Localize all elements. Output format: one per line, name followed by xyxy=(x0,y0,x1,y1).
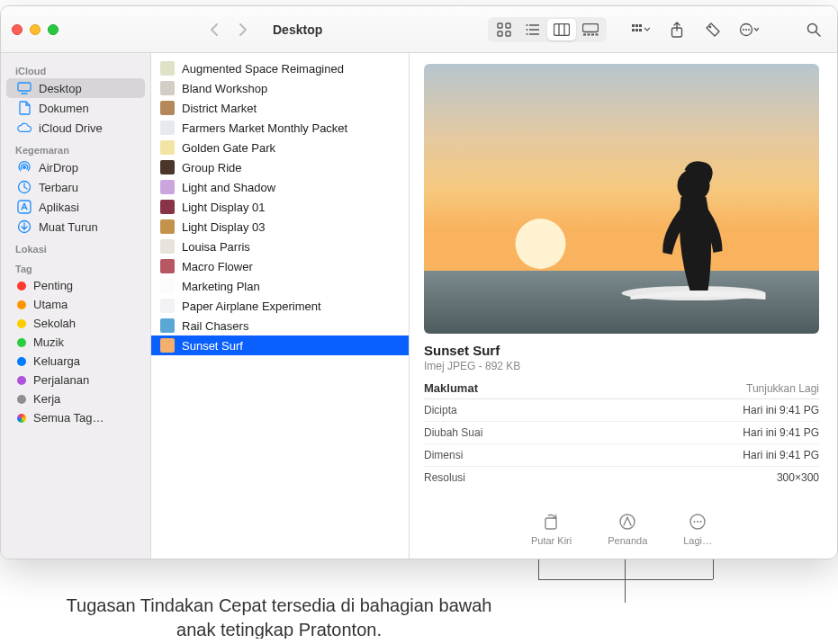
window-title: Desktop xyxy=(273,22,322,37)
sidebar-item[interactable]: Aplikasi xyxy=(6,197,145,217)
svg-rect-1 xyxy=(506,23,510,28)
file-item[interactable]: Bland Workshop xyxy=(151,78,409,98)
info-show-more[interactable]: Tunjukkan Lagi xyxy=(746,382,819,395)
info-value: 300×300 xyxy=(777,471,819,484)
quick-action-rotate[interactable]: Putar Kiri xyxy=(531,512,572,546)
file-item[interactable]: Marketing Plan xyxy=(151,276,409,296)
file-item[interactable]: Group Ride xyxy=(151,157,409,177)
chevron-left-icon xyxy=(210,23,219,36)
file-item[interactable]: Augmented Space Reimagined xyxy=(151,58,409,78)
sidebar-item[interactable]: Perjalanan xyxy=(6,371,145,389)
fullscreen-button[interactable] xyxy=(48,24,59,35)
file-name: Sunset Surf xyxy=(182,339,243,353)
preview-image xyxy=(424,64,819,334)
sidebar-item[interactable]: Dokumen xyxy=(6,98,145,118)
info-label: Resolusi xyxy=(424,471,465,484)
file-item[interactable]: Light Display 01 xyxy=(151,197,409,217)
sidebar-item-label: Keluarga xyxy=(33,354,80,368)
sidebar-item[interactable]: Desktop xyxy=(6,78,145,98)
sidebar-item[interactable]: AirDrop xyxy=(6,157,145,177)
svg-point-29 xyxy=(748,29,750,31)
view-icons-button[interactable] xyxy=(490,19,518,40)
svg-point-28 xyxy=(745,29,747,31)
sidebar-section-title: Tag xyxy=(1,256,150,276)
file-item[interactable]: Sunset Surf xyxy=(151,335,409,355)
svg-point-39 xyxy=(516,219,566,269)
file-name: Light Display 03 xyxy=(182,220,266,234)
content-area: iCloudDesktopDokumeniCloud DriveKegemara… xyxy=(1,53,837,559)
more-actions-button[interactable] xyxy=(736,17,761,42)
search-button[interactable] xyxy=(801,17,826,42)
sidebar-item[interactable]: Terbaru xyxy=(6,177,145,197)
svg-rect-3 xyxy=(506,31,510,36)
file-item[interactable]: Light and Shadow xyxy=(151,177,409,197)
sidebar-item[interactable]: iCloud Drive xyxy=(6,118,145,138)
info-row: DimensiHari ini 9:41 PG xyxy=(424,444,819,467)
file-item[interactable]: Macro Flower xyxy=(151,256,409,276)
file-list: Augmented Space ReimaginedBland Workshop… xyxy=(151,53,410,559)
close-button[interactable] xyxy=(12,24,23,35)
svg-rect-21 xyxy=(632,29,635,31)
sidebar-item[interactable]: Keluarga xyxy=(6,352,145,371)
file-thumbnail-icon xyxy=(160,140,175,155)
annotation: Tugasan Tindakan Cepat tersedia di bahag… xyxy=(0,576,838,639)
file-item[interactable]: Rail Chasers xyxy=(151,316,409,335)
group-by-button[interactable] xyxy=(628,17,653,42)
quick-action-more[interactable]: Lagi… xyxy=(683,512,712,546)
file-item[interactable]: District Market xyxy=(151,98,409,118)
file-item[interactable]: Light Display 03 xyxy=(151,217,409,237)
sidebar-item[interactable]: Sekolah xyxy=(6,314,145,333)
tags-button[interactable] xyxy=(700,17,725,42)
svg-point-34 xyxy=(23,165,26,169)
preview-pane: Sunset Surf Imej JPEG - 892 KB Maklumat … xyxy=(410,53,837,559)
forward-button[interactable] xyxy=(230,17,257,42)
sidebar-item[interactable]: Semua Tag… xyxy=(6,408,145,427)
info-label: Dicipta xyxy=(424,404,457,416)
svg-rect-40 xyxy=(424,271,819,334)
sidebar-item-label: AirDrop xyxy=(39,161,78,174)
file-item[interactable]: Paper Airplane Experiment xyxy=(151,296,409,316)
sidebar-item-label: Semua Tag… xyxy=(33,411,104,425)
file-item[interactable]: Golden Gate Park xyxy=(151,138,409,157)
columns-icon xyxy=(554,23,570,36)
preview-title: Sunset Surf xyxy=(424,343,819,358)
file-name: Paper Airplane Experiment xyxy=(182,300,321,313)
tag-dot-icon xyxy=(17,282,26,291)
sidebar-item-label: Dokumen xyxy=(39,102,89,115)
file-name: Augmented Space Reimagined xyxy=(182,62,344,76)
svg-line-31 xyxy=(816,31,821,36)
sidebar-item[interactable]: Utama xyxy=(6,295,145,314)
file-name: Farmers Market Monthly Packet xyxy=(182,121,347,135)
svg-rect-38 xyxy=(424,64,819,275)
file-thumbnail-icon xyxy=(160,180,175,194)
download-icon xyxy=(17,219,32,234)
sidebar-item[interactable]: Muat Turun xyxy=(6,217,145,237)
view-gallery-button[interactable] xyxy=(576,19,605,40)
sidebar-item[interactable]: Kerja xyxy=(6,389,145,408)
view-columns-button[interactable] xyxy=(547,19,576,40)
sidebar-item[interactable]: Penting xyxy=(6,276,145,295)
file-thumbnail-icon xyxy=(160,239,175,254)
sidebar: iCloudDesktopDokumeniCloud DriveKegemara… xyxy=(1,53,151,559)
svg-rect-13 xyxy=(583,23,599,31)
file-name: Louisa Parris xyxy=(182,240,250,254)
sidebar-item-label: iCloud Drive xyxy=(39,121,103,135)
file-item[interactable]: Farmers Market Monthly Packet xyxy=(151,118,409,138)
info-row: Diubah SuaiHari ini 9:41 PG xyxy=(424,422,819,444)
tag-dot-icon xyxy=(17,414,26,423)
sidebar-item[interactable]: Muzik xyxy=(6,333,145,352)
file-thumbnail-icon xyxy=(160,338,175,353)
view-list-button[interactable] xyxy=(518,19,547,40)
file-thumbnail-icon xyxy=(160,279,175,293)
info-value: Hari ini 9:41 PG xyxy=(743,404,819,416)
share-button[interactable] xyxy=(664,17,689,42)
back-button[interactable] xyxy=(201,17,228,42)
quick-action-markup[interactable]: Penanda xyxy=(608,512,647,546)
info-row: Resolusi300×300 xyxy=(424,467,819,488)
file-name: Bland Workshop xyxy=(182,82,267,95)
info-header-label: Maklumat xyxy=(424,381,478,395)
minimize-button[interactable] xyxy=(30,24,41,35)
desktop-icon xyxy=(17,81,32,95)
more-icon xyxy=(739,22,759,37)
file-item[interactable]: Louisa Parris xyxy=(151,237,409,256)
